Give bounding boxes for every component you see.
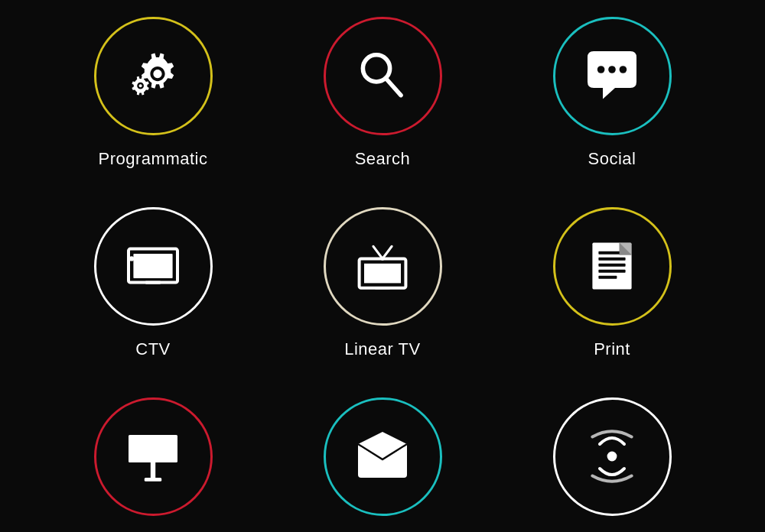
grid-cell-radio[interactable] bbox=[497, 382, 727, 531]
grid-cell-social[interactable]: Social bbox=[497, 2, 727, 184]
svg-point-14 bbox=[381, 257, 385, 261]
svg-rect-10 bbox=[364, 264, 401, 284]
grid-cell-print[interactable]: Print bbox=[497, 192, 727, 375]
svg-rect-18 bbox=[598, 264, 625, 267]
ooh-circle bbox=[94, 397, 213, 516]
media-grid: Programmatic Search Social CTV Linear TV… bbox=[38, 0, 727, 532]
ctv-label: CTV bbox=[135, 339, 171, 359]
ctv-circle bbox=[94, 207, 213, 326]
email-circle bbox=[324, 397, 442, 516]
svg-rect-20 bbox=[598, 276, 617, 279]
svg-point-24 bbox=[607, 452, 617, 462]
search-circle bbox=[324, 17, 442, 135]
svg-point-3 bbox=[608, 66, 616, 73]
svg-rect-22 bbox=[151, 462, 155, 479]
programmatic-circle bbox=[94, 17, 213, 135]
grid-cell-ctv[interactable]: CTV bbox=[38, 192, 268, 375]
programmatic-label: Programmatic bbox=[99, 149, 208, 169]
linear-tv-label: Linear TV bbox=[344, 339, 420, 359]
grid-cell-programmatic[interactable]: Programmatic bbox=[38, 2, 268, 184]
grid-cell-ooh[interactable] bbox=[38, 382, 268, 531]
svg-rect-23 bbox=[145, 478, 161, 482]
grid-cell-email[interactable] bbox=[268, 382, 497, 531]
svg-rect-17 bbox=[598, 258, 625, 261]
grid-cell-search[interactable]: Search bbox=[268, 2, 497, 184]
svg-point-8 bbox=[129, 256, 134, 261]
social-label: Social bbox=[588, 149, 636, 169]
svg-point-2 bbox=[597, 66, 605, 73]
svg-rect-6 bbox=[133, 254, 172, 278]
print-label: Print bbox=[594, 339, 630, 359]
svg-point-4 bbox=[620, 66, 627, 73]
radio-circle bbox=[553, 397, 672, 516]
svg-line-13 bbox=[382, 246, 392, 258]
linear-tv-circle bbox=[324, 207, 442, 326]
print-circle bbox=[553, 207, 672, 326]
social-circle bbox=[553, 17, 672, 135]
svg-line-12 bbox=[373, 246, 382, 258]
svg-line-1 bbox=[386, 79, 401, 96]
search-label: Search bbox=[355, 149, 411, 169]
svg-rect-21 bbox=[129, 435, 177, 462]
grid-cell-linear-tv[interactable]: Linear TV bbox=[268, 192, 497, 375]
svg-rect-19 bbox=[598, 270, 625, 273]
